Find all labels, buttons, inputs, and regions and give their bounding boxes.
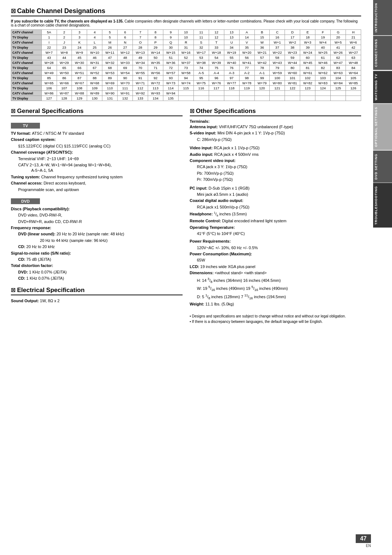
channel-cell: W+83: [315, 81, 331, 86]
dvd-subsection-header: DVD: [11, 198, 40, 204]
dvd-specs-block: Discs (Playback compatibility): DVD vide…: [11, 206, 183, 281]
channel-cell: W+17: [193, 50, 209, 55]
channel-cell: W+24: [300, 50, 315, 55]
channel-cell: W+77: [224, 81, 239, 86]
channel-cell: W+65: [41, 81, 57, 86]
channel-cell: 67: [87, 65, 102, 70]
channel-cell: 42: [346, 45, 361, 50]
channel-cell: [270, 96, 285, 101]
channel-cell: W+60: [285, 70, 300, 76]
channel-cell: W+50: [57, 70, 72, 76]
channel-cell: 4: [87, 35, 102, 40]
closed-caption-label: Closed caption system:: [11, 137, 56, 142]
channel-cell: 36: [254, 45, 270, 50]
sound-output-label: Sound Output:: [11, 299, 40, 303]
channel-cell: W+64: [346, 70, 361, 76]
channel-cell: 11: [193, 30, 209, 35]
channel-cell: 59: [285, 55, 300, 60]
specs-columns: ☒ General Specifications TV TV format: A…: [11, 108, 361, 325]
channel-cell: 34: [224, 45, 239, 50]
channel-row-label: CATV channel: [11, 70, 42, 76]
channel-cell: [224, 96, 239, 101]
channel-cell: 100: [270, 76, 285, 81]
channel-cell: Q: [163, 40, 178, 45]
channel-cell: W+43: [270, 60, 285, 65]
freq-label: Frequency response:: [11, 226, 51, 230]
channel-cell: 50: [148, 55, 163, 60]
svideo-label: S-video input:: [190, 131, 217, 135]
channel-cell: W+5: [331, 40, 346, 45]
dvd-linear-line: DVD (linear sound): 20 Hz to 20 kHz (sam…: [18, 231, 183, 237]
channel-cell: 7: [133, 30, 148, 35]
remote-control-label: Remote Control:: [190, 219, 222, 223]
channel-cell: W+78: [239, 81, 254, 86]
channel-cell: W+38: [193, 60, 209, 65]
channel-cell: W+58: [178, 70, 193, 76]
channel-cell: 68: [102, 65, 118, 70]
channel-cell: W+25: [315, 50, 331, 55]
power-req-value: 120V~AC +/- 10%, 60 Hz +/- 0.5%: [197, 245, 362, 251]
snr-label: Signal-to-noise ratio (S/N ratio):: [11, 251, 71, 255]
channel-cell: W+85: [346, 81, 361, 86]
weight-line: Weight: 11.1 lbs. (5.0kg): [190, 301, 362, 307]
channel-cell: W+61: [300, 70, 315, 76]
channel-cell: 102: [300, 76, 315, 81]
channel-cell: F: [315, 30, 331, 35]
distortion-label: Total distortion factor:: [11, 263, 53, 268]
tab-watching-tv: WATCHING TV: [373, 71, 392, 103]
channel-cell: 135: [163, 96, 178, 101]
channel-cell: W+37: [178, 60, 193, 65]
channel-cell: 69: [118, 65, 133, 70]
channel-cell: W+33: [118, 60, 133, 65]
channel-cell: W+2: [285, 40, 300, 45]
tab-optional-settings: OPTIONAL SETTINGS: [373, 104, 392, 150]
channel-row-label: TV Display: [11, 45, 42, 50]
channel-cell: W+12: [118, 50, 133, 55]
channel-cell: W+66: [57, 81, 72, 86]
channel-cell: 129: [72, 96, 87, 101]
cd-freq-line: CD: 20 Hz to 20 kHz: [18, 244, 183, 250]
channel-cell: 53: [193, 55, 209, 60]
tv-format-value: ATSC / NTSC-M TV standard: [32, 131, 84, 135]
channel-cell: 13: [224, 30, 239, 35]
channel-cell: W+91: [118, 91, 133, 96]
channel-cell: 93: [163, 76, 178, 81]
channel-cell: 126: [346, 86, 361, 91]
audio-input-label: Audio input:: [190, 152, 215, 157]
svideo-c: C: 286mVp-p (75Ω): [197, 137, 362, 142]
channel-cell: 15: [254, 35, 270, 40]
dimensions-h: H: 14 3/8 inches (364mm) 16 inches (404.…: [197, 277, 362, 284]
channel-cell: W+42: [254, 60, 270, 65]
channel-cell: 47: [102, 55, 118, 60]
channel-access-value2: Programmable scan, and up/down: [18, 187, 183, 193]
dvd-distortion-line: DVD: 1 KHz 0.07% (JEITA): [18, 270, 183, 275]
channel-cell: W+9: [72, 50, 87, 55]
channel-cell: 104: [331, 76, 346, 81]
power-consumption-label: Power Consumption (Maximum):: [190, 252, 252, 256]
channel-cell: W+75: [193, 81, 209, 86]
channel-cell: W+16: [178, 50, 193, 55]
channel-cell: W+11: [102, 50, 118, 55]
channel-cell: [224, 91, 239, 96]
channel-cell: 3: [72, 35, 87, 40]
audio-input-line: Audio input: RCA jack x 4 500mV rms: [190, 152, 362, 157]
component-pr: Pr: 700mVp-p (75Ω): [197, 177, 362, 182]
dvd-linear-label: DVD (linear sound):: [18, 232, 57, 236]
channel-cell: W+86: [41, 91, 57, 96]
channel-cell: 45: [72, 55, 87, 60]
channel-cell: 22: [41, 45, 57, 50]
channel-cell: 54: [209, 55, 224, 60]
catv-line: CATV 2~13, A~W, W+1~W+94 (analog W+1~W+8…: [18, 162, 183, 174]
channel-cell: 8: [148, 30, 163, 35]
main-content: ☒ Cable Channel Designations If you subs…: [0, 0, 372, 338]
channel-cell: 96: [209, 76, 224, 81]
tv-subsection-header: TV: [11, 123, 40, 129]
channel-cell: 72: [163, 65, 178, 70]
channel-cell: [346, 96, 361, 101]
power-consumption-line: Power Consumption (Maximum):: [190, 251, 362, 257]
channel-cell: M: [102, 40, 118, 45]
channel-access-label: Channel access:: [11, 181, 44, 185]
channel-cell: 105: [346, 76, 361, 81]
channel-cell: 99: [254, 76, 270, 81]
channel-access-line: Channel access: Direct access keyboard,: [11, 181, 183, 186]
